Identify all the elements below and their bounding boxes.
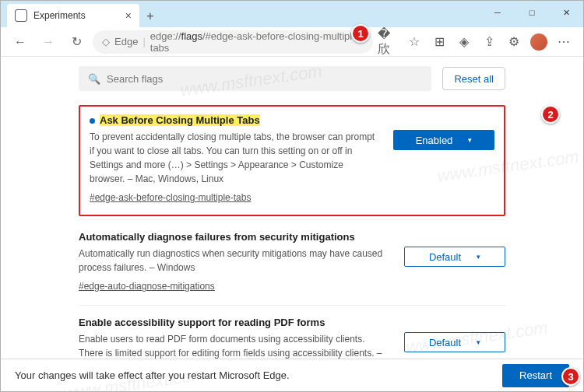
flag-item: Automatically diagnose failures from sec…	[79, 219, 505, 305]
extensions-icon[interactable]: ⚙	[502, 30, 526, 54]
flag-title: Ask Before Closing Multiple Tabs	[100, 114, 260, 126]
reset-all-button[interactable]: Reset all	[442, 67, 505, 90]
flag-item: Enable accessibility support for reading…	[79, 305, 505, 359]
flag-dropdown[interactable]: Enabled▾	[393, 130, 494, 150]
window-controls: ─ □ ✕	[480, 1, 583, 24]
close-window-button[interactable]: ✕	[549, 1, 583, 24]
shield-icon[interactable]: ◈	[452, 30, 476, 54]
back-button[interactable]: ←	[9, 30, 32, 54]
flag-description: To prevent accidentally closing multiple…	[90, 130, 379, 186]
toolbar: ← → ↻ ◇ Edge | edge://flags/#edge-ask-be…	[1, 27, 583, 57]
modified-dot-icon	[90, 118, 95, 124]
page-content: 🔍 Search flags Reset all Ask Before Clos…	[1, 57, 583, 359]
annotation-marker: 2	[541, 105, 560, 124]
profile-icon[interactable]	[530, 33, 547, 51]
share-icon[interactable]: ⇪	[477, 30, 501, 54]
maximize-button[interactable]: □	[515, 1, 549, 24]
flag-title: Enable accessibility support for reading…	[79, 317, 390, 328]
minimize-button[interactable]: ─	[480, 1, 515, 24]
forward-button: →	[37, 30, 60, 54]
flag-item-highlighted: Ask Before Closing Multiple Tabs To prev…	[79, 105, 505, 216]
refresh-button[interactable]: ↻	[65, 30, 88, 54]
flask-icon	[15, 9, 27, 22]
flag-dropdown[interactable]: Default▾	[404, 247, 505, 267]
restart-bar: Your changes will take effect after you …	[1, 359, 583, 391]
flag-title: Automatically diagnose failures from sec…	[79, 231, 390, 243]
flag-anchor-link[interactable]: #edge-auto-diagnose-mitigations	[79, 281, 215, 292]
flag-anchor-link[interactable]: #edge-ask-before-closing-multiple-tabs	[90, 192, 251, 203]
search-input[interactable]: 🔍 Search flags	[79, 66, 431, 91]
address-bar[interactable]: ◇ Edge | edge://flags/#edge-ask-before-c…	[93, 30, 373, 54]
collections-icon[interactable]: ⊞	[427, 30, 451, 54]
flag-list: Ask Before Closing Multiple Tabs To prev…	[1, 105, 583, 359]
restart-button[interactable]: Restart	[502, 364, 569, 387]
chevron-down-icon: ▾	[477, 338, 480, 346]
search-placeholder: Search flags	[107, 73, 163, 85]
edge-icon: ◇	[102, 36, 110, 47]
annotation-marker: 3	[561, 367, 580, 386]
chevron-down-icon: ▾	[468, 136, 472, 144]
title-bar: Experiments × + ─ □ ✕	[1, 1, 583, 27]
url-prefix: Edge	[114, 36, 138, 47]
close-icon[interactable]: ×	[125, 9, 132, 22]
flag-description: Automatically run diagnostics when secur…	[79, 247, 390, 275]
menu-icon[interactable]: ⋯	[552, 30, 575, 54]
browser-tab[interactable]: Experiments ×	[7, 4, 139, 27]
chevron-down-icon: ▾	[477, 253, 480, 261]
tab-title: Experiments	[33, 10, 86, 21]
search-icon: 🔍	[88, 73, 100, 85]
new-tab-button[interactable]: +	[139, 5, 161, 27]
annotation-marker: 1	[351, 24, 370, 43]
flag-description: Enable users to read PDF form documents …	[79, 332, 390, 359]
restart-message: Your changes will take effect after you …	[15, 369, 290, 381]
favorite-icon[interactable]: ☆	[403, 30, 426, 54]
read-aloud-icon[interactable]: �欣	[378, 30, 401, 54]
flag-dropdown[interactable]: Default▾	[404, 332, 505, 352]
